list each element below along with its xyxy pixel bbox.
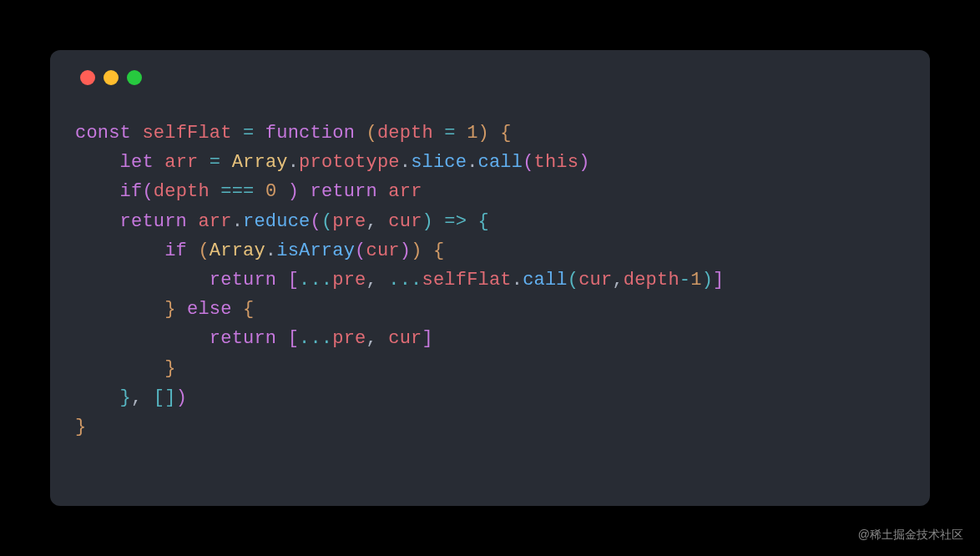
code-window: const selfFlat = function (depth = 1) { … [50,50,930,506]
watermark-text: @稀土掘金技术社区 [858,528,963,543]
maximize-icon[interactable] [127,70,142,85]
traffic-lights [80,70,905,85]
close-icon[interactable] [80,70,95,85]
code-block: const selfFlat = function (depth = 1) { … [75,119,905,442]
minimize-icon[interactable] [104,70,119,85]
